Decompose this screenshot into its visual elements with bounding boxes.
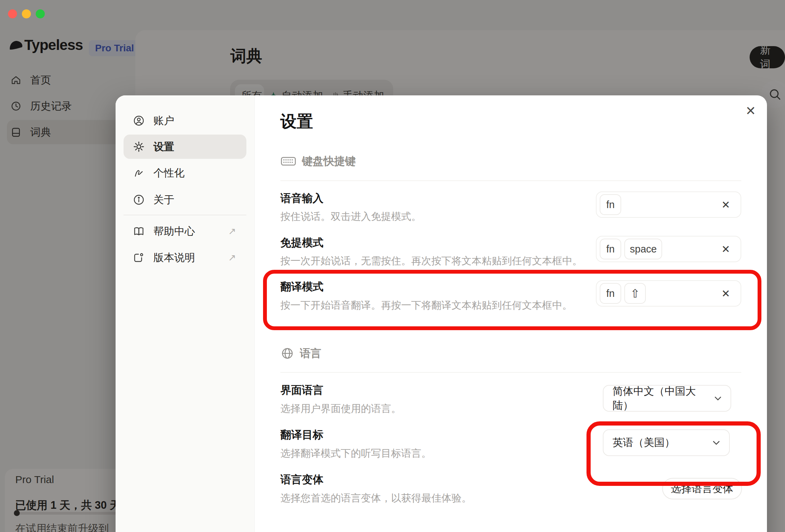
select-language-variant-button[interactable]: 选择语言变体 (662, 478, 742, 499)
window-close-button[interactable] (8, 9, 17, 18)
settings-nav-divider (124, 215, 246, 215)
voice-input-shortcut-field[interactable]: fn ✕ (596, 191, 741, 218)
signature-icon (133, 167, 145, 179)
select-language-variant-label: 选择语言变体 (671, 482, 733, 496)
key-chip-fn: fn (600, 194, 621, 215)
translation-mode-title: 翻译模式 (280, 280, 323, 294)
language-variant-desc: 选择您首选的语言变体，以获得最佳体验。 (280, 491, 472, 505)
settings-nav-label: 关于 (153, 193, 174, 207)
release-notes-icon (133, 252, 145, 264)
interface-language-dropdown[interactable]: 简体中文（中国大陆） (603, 385, 731, 412)
external-link-icon: ↗ (228, 226, 236, 237)
settings-nav-label: 设置 (153, 140, 174, 154)
section-divider (280, 372, 741, 373)
info-icon (133, 194, 145, 206)
settings-nav-release-notes[interactable]: 版本说明 ↗ (124, 246, 246, 270)
settings-nav-personalization[interactable]: 个性化 (124, 161, 246, 185)
settings-nav-account[interactable]: 账户 (124, 109, 246, 133)
shortcut-section-title: 键盘快捷键 (302, 154, 356, 169)
language-variant-title: 语言变体 (280, 472, 323, 487)
translation-target-title: 翻译目标 (280, 428, 323, 442)
translation-mode-shortcut-field[interactable]: fn ⇧ ✕ (596, 280, 741, 307)
handsfree-title: 免提模式 (280, 235, 323, 250)
settings-nav-about[interactable]: 关于 (124, 188, 246, 212)
remove-shortcut-icon[interactable]: ✕ (721, 288, 730, 300)
external-link-icon: ↗ (228, 252, 236, 263)
voice-input-title: 语音输入 (280, 191, 323, 206)
chevron-down-icon (714, 396, 721, 401)
section-divider (280, 180, 741, 181)
voice-input-desc: 按住说话。双击进入免提模式。 (280, 210, 421, 224)
settings-nav-label: 个性化 (153, 166, 185, 180)
language-section-title: 语言 (300, 346, 321, 361)
remove-shortcut-icon[interactable]: ✕ (721, 243, 730, 255)
settings-modal-title: 设置 (280, 111, 313, 132)
settings-nav-settings[interactable]: 设置 (124, 135, 246, 159)
translation-target-desc: 选择翻译模式下的听写目标语言。 (280, 447, 431, 461)
modal-close-button[interactable]: ✕ (742, 103, 759, 119)
gear-icon (133, 141, 145, 153)
account-icon (133, 115, 145, 127)
settings-modal: 账户 设置 个性化 (116, 95, 767, 532)
remove-shortcut-icon[interactable]: ✕ (721, 199, 730, 211)
window-minimize-button[interactable] (22, 9, 31, 18)
key-chip-space: space (624, 239, 662, 259)
handsfree-desc: 按一次开始说话，无需按住。再次按下将文本粘贴到任何文本框中。 (280, 254, 582, 268)
translation-target-value: 英语（美国） (613, 436, 675, 450)
globe-icon (280, 346, 294, 360)
interface-language-desc: 选择用户界面使用的语言。 (280, 402, 401, 416)
interface-language-title: 界面语言 (280, 383, 323, 397)
keyboard-icon (280, 155, 296, 167)
key-chip-fn: fn (600, 283, 621, 304)
key-chip-shift: ⇧ (624, 283, 646, 304)
help-book-icon (133, 225, 145, 237)
settings-modal-sidebar: 账户 设置 个性化 (116, 95, 255, 532)
translation-target-dropdown[interactable]: 英语（美国） (603, 429, 730, 456)
settings-nav-help-center[interactable]: 帮助中心 ↗ (124, 219, 246, 243)
settings-nav-label: 账户 (153, 114, 174, 128)
window-zoom-button[interactable] (36, 9, 45, 18)
settings-nav-label: 帮助中心 (153, 224, 195, 239)
handsfree-shortcut-field[interactable]: fn space ✕ (596, 236, 741, 262)
language-section-header: 语言 (280, 346, 321, 361)
chevron-down-icon (712, 440, 720, 445)
key-chip-fn: fn (600, 239, 621, 259)
interface-language-value: 简体中文（中国大陆） (613, 384, 714, 413)
shortcut-section-header: 键盘快捷键 (280, 153, 356, 170)
translation-mode-desc: 按一下开始语音翻译。再按一下将翻译文本粘贴到任何文本框中。 (280, 299, 572, 312)
app-window: Typeless Pro Trial 首页 历史记录 词典 (0, 0, 785, 532)
settings-nav-label: 版本说明 (153, 251, 195, 265)
